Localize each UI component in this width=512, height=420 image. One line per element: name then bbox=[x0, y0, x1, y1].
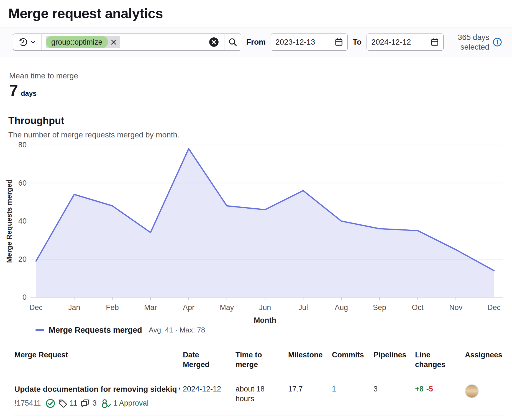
merge-request-ref: !175411 bbox=[14, 398, 41, 408]
x-tick-label: Jan bbox=[68, 303, 80, 312]
col-commits: Commits bbox=[332, 346, 373, 376]
commits-cell: 4 bbox=[332, 416, 373, 420]
search-icon bbox=[228, 38, 237, 47]
x-tick-label: Dec bbox=[29, 303, 43, 312]
throughput-heading: Throughput bbox=[8, 115, 512, 127]
token-remove-button[interactable] bbox=[108, 37, 119, 48]
legend-stats: Avg: 41 · Max: 78 bbox=[149, 326, 205, 334]
milestone-cell: 17.7 bbox=[288, 376, 332, 415]
y-tick-label: 0 bbox=[22, 293, 27, 301]
y-tick-label: 60 bbox=[18, 179, 27, 187]
table-row: Update documentation for removing sideki… bbox=[14, 376, 503, 416]
col-assignees: Assignees bbox=[465, 346, 503, 376]
line-changes-cell: +8-5 bbox=[415, 376, 465, 415]
pipelines-cell: 3 bbox=[373, 376, 415, 415]
col-time-to-merge: Time to merge bbox=[235, 346, 288, 376]
legend-series-label: Merge Requests merged bbox=[49, 326, 142, 335]
x-tick-label: Oct bbox=[412, 303, 424, 312]
info-icon[interactable] bbox=[493, 37, 502, 47]
chart-legend: Merge Requests merged Avg: 41 · Max: 78 bbox=[35, 326, 512, 335]
label-icon bbox=[58, 399, 67, 408]
filter-token-value[interactable]: group::optimize bbox=[46, 36, 108, 48]
throughput-chart[interactable]: 020406080DecJanFebMarAprMayJunJulAugSepO… bbox=[0, 140, 512, 335]
pipeline-passed-icon[interactable] bbox=[45, 398, 55, 408]
approvals-badge: 1 Approval bbox=[101, 398, 149, 408]
days-selected: 365 days selected bbox=[453, 32, 502, 52]
x-axis-title: Month bbox=[254, 316, 276, 324]
x-tick-label: Jun bbox=[259, 303, 271, 312]
col-milestone: Milestone bbox=[288, 346, 332, 376]
throughput-description: The number of merge requests merged by m… bbox=[8, 130, 512, 139]
filtered-search: group::optimize bbox=[13, 34, 241, 51]
x-tick-label: Aug bbox=[335, 303, 348, 312]
metric-label: Mean time to merge bbox=[9, 71, 512, 80]
col-date-merged: Date Merged bbox=[183, 346, 235, 376]
approval-icon bbox=[101, 399, 111, 408]
y-tick-label: 20 bbox=[18, 255, 27, 263]
merge-request-table: Merge Request Date Merged Time to merge … bbox=[14, 346, 503, 420]
line-changes-cell: +7-4 bbox=[415, 416, 465, 420]
y-tick-label: 80 bbox=[18, 141, 27, 149]
from-date-input[interactable]: 2023-12-13 bbox=[271, 34, 348, 51]
calendar-icon[interactable] bbox=[335, 38, 343, 46]
time-to-merge-cell: 6 days bbox=[235, 416, 277, 420]
table-row: Doc update for AiUsage api only for user… bbox=[14, 416, 503, 420]
milestone-cell: 17.7 bbox=[288, 416, 332, 420]
from-date-value: 2023-12-13 bbox=[275, 38, 335, 47]
merge-request-link[interactable]: Update documentation for removing sideki… bbox=[14, 384, 180, 394]
legend-dash bbox=[35, 329, 44, 331]
pipelines-cell: 8 bbox=[373, 416, 415, 420]
col-line-changes: Line changes bbox=[415, 346, 465, 376]
merge-request-cell: Update documentation for removing sideki… bbox=[14, 376, 183, 415]
clear-search-button[interactable] bbox=[208, 36, 220, 48]
filter-token: group::optimize bbox=[46, 36, 120, 48]
search-submit-button[interactable] bbox=[224, 34, 241, 51]
commits-cell: 1 bbox=[332, 376, 373, 415]
y-axis-title: Merge Requests merged bbox=[5, 179, 13, 263]
assignee-avatar[interactable] bbox=[465, 384, 479, 398]
labels-count: 11 bbox=[70, 398, 78, 408]
deletions: -5 bbox=[426, 385, 433, 393]
assignees-cell bbox=[465, 416, 503, 420]
table-header-row: Merge Request Date Merged Time to merge … bbox=[14, 346, 503, 376]
to-date-input[interactable]: 2024-12-12 bbox=[367, 34, 444, 51]
days-selected-text: 365 days selected bbox=[453, 32, 489, 52]
search-history-button[interactable] bbox=[13, 34, 42, 51]
date-merged-cell: 2024-12-11 bbox=[183, 416, 235, 420]
comments-count: 3 bbox=[93, 398, 97, 408]
x-tick-label: Mar bbox=[144, 303, 157, 312]
to-date-value: 2024-12-12 bbox=[371, 38, 431, 47]
search-input[interactable]: group::optimize bbox=[42, 34, 224, 51]
date-merged-cell: 2024-12-12 bbox=[183, 376, 235, 415]
metric-value: 7 bbox=[9, 81, 18, 99]
page-title: Merge request analytics bbox=[8, 6, 512, 22]
area-chart-canvas[interactable]: 020406080DecJanFebMarAprMayJunJulAugSepO… bbox=[0, 140, 512, 324]
additions: +8 bbox=[415, 385, 424, 393]
x-tick-label: Sep bbox=[373, 303, 386, 312]
chevron-down-icon bbox=[30, 39, 36, 45]
merge-request-cell: Doc update for AiUsage api only for user… bbox=[14, 416, 183, 420]
y-tick-label: 40 bbox=[18, 217, 27, 225]
x-tick-label: Apr bbox=[183, 303, 194, 312]
comments-icon bbox=[80, 399, 90, 408]
approvals-text: 1 Approval bbox=[113, 398, 149, 408]
history-icon bbox=[19, 38, 28, 47]
x-tick-label: Dec bbox=[487, 303, 501, 312]
x-tick-label: Feb bbox=[106, 303, 119, 312]
area-fill bbox=[36, 149, 494, 297]
filter-bar: group::optimize From 2023-12-13 To 2024-… bbox=[0, 27, 512, 57]
x-tick-label: May bbox=[220, 303, 234, 312]
x-tick-label: Nov bbox=[449, 303, 463, 312]
assignees-cell bbox=[465, 376, 503, 415]
to-label: To bbox=[353, 38, 362, 47]
col-pipelines: Pipelines bbox=[373, 346, 415, 376]
time-to-merge-cell: about 18 hours bbox=[235, 376, 277, 415]
metric-unit: days bbox=[21, 89, 37, 98]
calendar-icon[interactable] bbox=[431, 38, 439, 46]
from-label: From bbox=[246, 38, 266, 47]
x-tick-label: Jul bbox=[298, 303, 308, 312]
mean-time-to-merge-metric: Mean time to merge 7 days bbox=[9, 71, 512, 99]
col-merge-request: Merge Request bbox=[14, 346, 183, 376]
